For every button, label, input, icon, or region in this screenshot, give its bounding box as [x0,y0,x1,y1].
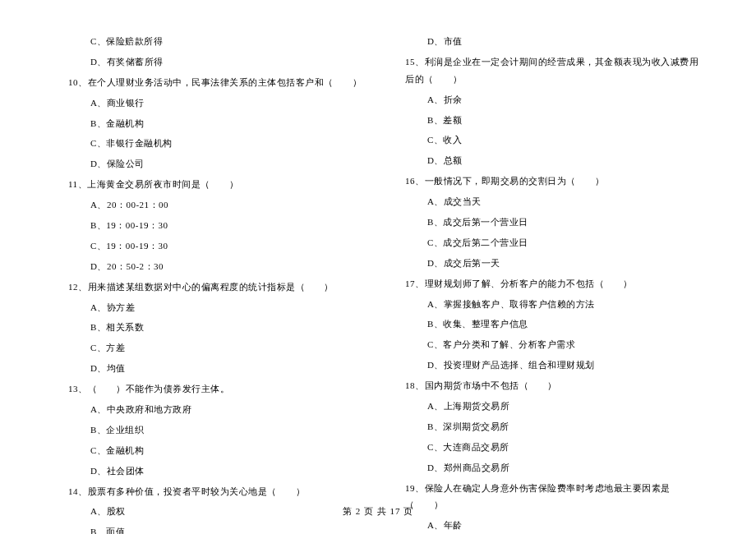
answer-option: D、市值 [390,33,703,50]
answer-option: A、协方差 [53,299,366,316]
answer-option: C、收入 [390,131,703,149]
answer-option: B、收集、整理客户信息 [390,315,703,333]
answer-option: C、保险赔款所得 [53,33,366,50]
question-stem: 18、国内期货市场中不包括（ ） [390,377,703,394]
answer-option: D、投资理财产品选择、组合和理财规划 [390,357,703,374]
question-stem: 12、用来描述某组数据对中心的偏离程度的统计指标是（ ） [53,279,366,296]
answer-option: C、19：00-19：30 [53,237,366,255]
answer-option: B、19：00-19：30 [53,217,366,234]
question-stem: 16、一般情况下，即期交易的交割日为（ ） [390,173,703,190]
answer-option: B、相关系数 [53,319,366,336]
answer-option: D、保险公司 [53,155,366,173]
question-stem: 10、在个人理财业务活动中，民事法律关系的主体包括客户和（ ） [53,74,366,91]
left-column: C、保险赔款所得D、有奖储蓄所得10、在个人理财业务活动中，民事法律关系的主体包… [41,33,378,534]
question-stem: 13、（ ）不能作为债券发行主体。 [53,380,366,398]
question-stem: 14、股票有多种价值，投资者平时较为关心地是（ ） [53,483,366,500]
question-stem: 11、上海黄金交易所夜市时间是（ ） [53,176,366,193]
answer-option: B、深圳期货交易所 [390,418,703,435]
answer-option: B、成交后第一个营业日 [390,214,703,231]
page-content: C、保险赔款所得D、有奖储蓄所得10、在个人理财业务活动中，民事法律关系的主体包… [0,0,756,534]
answer-option: D、郑州商品交易所 [390,459,703,476]
answer-option: A、商业银行 [53,94,366,112]
answer-option: D、有奖储蓄所得 [53,53,366,71]
answer-option: A、年龄 [390,517,703,534]
answer-option: C、方差 [53,339,366,357]
answer-option: D、20：50-2：30 [53,258,366,275]
question-stem: 17、理财规划师了解、分析客户的能力不包括（ ） [390,275,703,292]
answer-option: A、中央政府和地方政府 [53,401,366,418]
answer-option: B、企业组织 [53,421,366,439]
answer-option: D、成交后第一天 [390,255,703,272]
answer-option: D、社会团体 [53,463,366,480]
answer-option: B、面值 [53,523,366,534]
answer-option: C、非银行金融机构 [53,135,366,152]
answer-option: D、均值 [53,360,366,377]
page-footer: 第 2 页 共 17 页 [0,505,756,518]
answer-option: C、大连商品交易所 [390,439,703,456]
answer-option: D、总额 [390,152,703,169]
answer-option: C、客户分类和了解、分析客户需求 [390,336,703,353]
right-column: D、市值15、利润是企业在一定会计期间的经营成果，其金额表现为收入减费用后的（ … [378,33,715,534]
answer-option: A、成交当天 [390,193,703,210]
question-stem: 15、利润是企业在一定会计期间的经营成果，其金额表现为收入减费用后的（ ） [390,53,703,88]
answer-option: C、金融机构 [53,442,366,459]
answer-option: B、差额 [390,112,703,129]
answer-option: A、20：00-21：00 [53,196,366,214]
answer-option: B、金融机构 [53,115,366,132]
answer-option: A、上海期货交易所 [390,398,703,415]
answer-option: A、掌握接触客户、取得客户信赖的方法 [390,296,703,313]
answer-option: A、折余 [390,91,703,108]
answer-option: C、成交后第二个营业日 [390,234,703,251]
